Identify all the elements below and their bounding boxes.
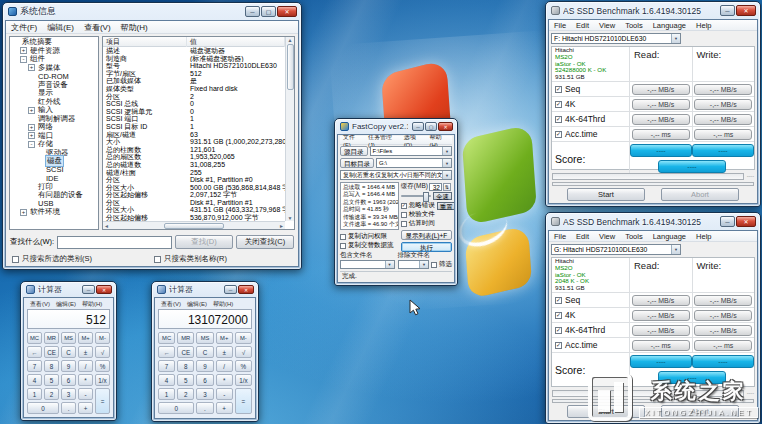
calc-key[interactable]: 3 xyxy=(61,388,76,400)
buffer-input[interactable]: 32 xyxy=(429,183,442,191)
table-row[interactable]: SCSI 端口1 xyxy=(103,115,285,123)
close-button[interactable]: ✕ xyxy=(736,5,756,16)
tree-item[interactable]: 磁盘 xyxy=(10,157,98,166)
menu-item[interactable]: Help xyxy=(691,232,716,241)
scrollbar-thumb[interactable] xyxy=(164,223,224,229)
scroll-left-icon[interactable]: ◄ xyxy=(104,223,109,229)
tree-expander-icon[interactable]: + xyxy=(28,124,35,131)
menu-item[interactable]: 帮助(H) xyxy=(116,22,153,33)
calc-key[interactable]: 0 xyxy=(158,402,194,414)
table-row[interactable]: 制造商(标准磁盘驱动器) xyxy=(103,55,285,63)
checkbox[interactable] xyxy=(555,101,562,108)
checkbox[interactable] xyxy=(555,327,562,334)
checkbox[interactable] xyxy=(401,212,407,218)
menu-item[interactable]: 编辑(E) xyxy=(184,300,210,309)
titlebar[interactable]: 系统信息 ─ ▢ ✕ xyxy=(5,5,299,20)
table-row[interactable]: 已加载媒体是 xyxy=(103,77,285,85)
close-button[interactable]: ✕ xyxy=(238,285,254,294)
menu-item[interactable]: 查看(V) xyxy=(79,22,116,33)
checkbox[interactable] xyxy=(401,203,407,209)
table-row[interactable]: SCSI 总线0 xyxy=(103,100,285,108)
table-row[interactable]: 描述磁盘驱动器 xyxy=(103,47,285,55)
calc-key[interactable]: MC xyxy=(158,332,175,344)
calc-key[interactable]: M+ xyxy=(78,332,93,344)
exclude-filter-select[interactable]: ▼ xyxy=(398,260,430,269)
calc-key[interactable]: = xyxy=(95,388,110,414)
calc-key[interactable]: 5 xyxy=(177,374,194,386)
titlebar[interactable]: 计算器─✕ xyxy=(23,284,114,297)
drive-select[interactable]: G: Hitachi HDS721010DLE630▼ xyxy=(551,244,681,255)
calc-key[interactable]: = xyxy=(235,388,252,414)
table-row[interactable]: 字节/扇区512 xyxy=(103,70,285,78)
calc-key[interactable]: M- xyxy=(235,332,252,344)
scroll-down-icon[interactable]: ▼ xyxy=(288,215,293,221)
checkbox[interactable] xyxy=(555,297,562,304)
calc-key[interactable]: √ xyxy=(95,346,110,358)
calc-key[interactable]: 5 xyxy=(44,374,59,386)
tree-expander-icon[interactable]: + xyxy=(28,64,35,71)
table-row[interactable]: 磁道/柱面255 xyxy=(103,169,285,177)
close-button[interactable]: ✕ xyxy=(96,285,112,294)
horizontal-scrollbar[interactable]: ◄ ► xyxy=(103,221,285,229)
menu-item[interactable]: View xyxy=(594,232,620,241)
calc-key[interactable]: M- xyxy=(95,332,110,344)
calc-key[interactable]: . xyxy=(61,402,76,414)
table-row[interactable]: 总的柱面数121,601 xyxy=(103,146,285,154)
table-row[interactable]: 总的磁道数31,008,255 xyxy=(103,161,285,169)
reset-button[interactable]: 重置 xyxy=(437,202,455,210)
calc-key[interactable]: / xyxy=(216,360,233,372)
titlebar[interactable]: AS SSD Benchmark 1.6.4194.30125─✕ xyxy=(548,215,758,230)
menu-item[interactable]: 编辑(E) xyxy=(42,22,79,33)
tree-expander-icon[interactable]: + xyxy=(20,209,27,216)
vertical-scrollbar[interactable]: ▲ ▼ xyxy=(285,37,294,221)
calc-key[interactable]: MC xyxy=(27,332,42,344)
buffer-spinner[interactable]: ⇅ xyxy=(443,183,451,191)
menu-item[interactable]: Tools xyxy=(620,232,648,241)
dest-path-select[interactable]: G:\ ▼ xyxy=(376,158,452,168)
calc-key[interactable]: 9 xyxy=(196,360,213,372)
checkbox[interactable] xyxy=(555,86,562,93)
tree-item[interactable]: +网络 xyxy=(10,123,98,132)
calc-key[interactable]: MR xyxy=(44,332,59,344)
calc-key[interactable]: 9 xyxy=(61,360,76,372)
checkbox[interactable] xyxy=(555,342,562,349)
dest-dir-button[interactable]: 目标目录 xyxy=(340,158,374,168)
minimize-button[interactable]: ─ xyxy=(412,122,424,131)
calc-key[interactable]: 4 xyxy=(27,374,42,386)
close-button[interactable]: ✕ xyxy=(736,216,756,227)
calc-key[interactable]: C xyxy=(61,346,76,358)
abort-button[interactable]: Abort xyxy=(661,188,739,201)
calc-key[interactable]: / xyxy=(78,360,93,372)
menu-item[interactable]: 查看(V) xyxy=(158,300,184,309)
calc-key[interactable]: % xyxy=(95,360,110,372)
calc-key[interactable]: - xyxy=(216,388,233,400)
tree-item[interactable]: 调制解调器 xyxy=(10,115,98,124)
calc-key[interactable]: * xyxy=(216,374,233,386)
calc-key[interactable]: CE xyxy=(44,346,59,358)
checkbox[interactable] xyxy=(555,312,562,319)
calc-key[interactable]: MS xyxy=(196,332,213,344)
speed-slider[interactable] xyxy=(401,195,431,197)
tree-item[interactable]: +多媒体 xyxy=(10,64,98,73)
calc-key[interactable]: 2 xyxy=(44,388,59,400)
calc-key[interactable]: + xyxy=(78,402,93,414)
calc-key[interactable]: ← xyxy=(27,346,42,358)
scrollbar-thumb[interactable] xyxy=(287,44,294,90)
source-dir-button[interactable]: 源目录 xyxy=(340,146,368,156)
tree-expander-icon[interactable]: + xyxy=(28,107,35,114)
calc-key[interactable]: M+ xyxy=(216,332,233,344)
maximize-button[interactable]: ▢ xyxy=(261,6,276,17)
menu-item[interactable]: Language xyxy=(648,232,691,241)
table-row[interactable]: 媒体类型Fixed hard disk xyxy=(103,85,285,93)
tree-item[interactable]: IDE xyxy=(10,174,98,183)
checkbox[interactable] xyxy=(555,116,562,123)
column-header-value[interactable]: 值 xyxy=(187,37,285,47)
titlebar[interactable]: AS SSD Benchmark 1.6.4194.30125─✕ xyxy=(548,4,758,19)
calc-key[interactable]: 6 xyxy=(196,374,213,386)
close-button[interactable]: ✕ xyxy=(438,122,453,131)
menu-item[interactable]: 查看(V) xyxy=(27,300,53,309)
tree-item[interactable]: +软件环境 xyxy=(10,208,98,217)
close-find-button[interactable]: 关闭查找(C) xyxy=(236,235,294,249)
tree-expander-icon[interactable]: + xyxy=(28,132,35,139)
table-row[interactable]: 分区Disk #1, Partition #0 xyxy=(103,176,285,184)
